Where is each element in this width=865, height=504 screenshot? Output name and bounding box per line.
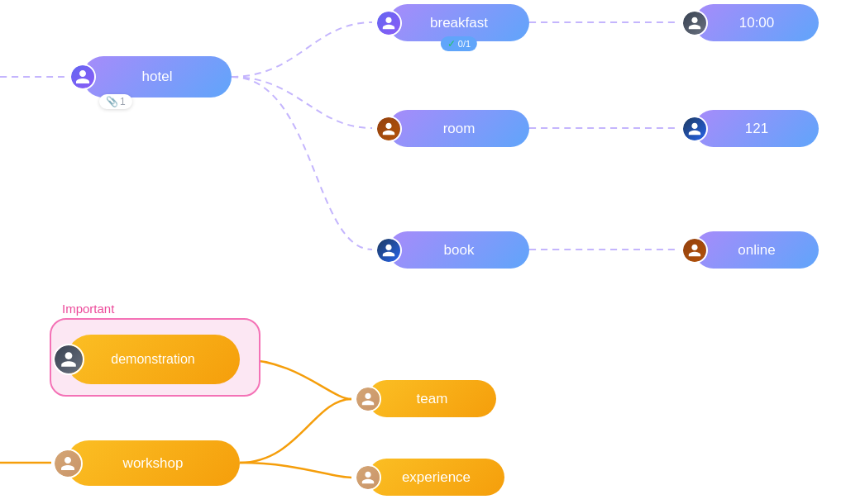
room-avatar	[375, 116, 402, 142]
num-121-node[interactable]: 121	[695, 110, 819, 147]
hotel-node[interactable]: hotel 📎 1	[83, 56, 232, 97]
time-10-label: 10:00	[739, 15, 775, 31]
breakfast-node[interactable]: breakfast ✓ 0/1	[389, 4, 529, 41]
room-label: room	[443, 121, 476, 137]
workshop-label: workshop	[123, 455, 184, 472]
online-node[interactable]: online	[695, 231, 819, 269]
experience-avatar	[355, 464, 381, 491]
hotel-attachment-badge: 📎 1	[99, 94, 132, 109]
team-node[interactable]: team	[368, 380, 496, 417]
breakfast-progress-badge: ✓ 0/1	[441, 36, 477, 51]
experience-node[interactable]: experience	[368, 459, 504, 496]
team-label: team	[417, 391, 448, 407]
hotel-avatar	[69, 64, 96, 90]
time-10-avatar	[681, 10, 708, 36]
demonstration-label: demonstration	[111, 352, 194, 367]
team-avatar	[355, 386, 381, 412]
demonstration-avatar	[53, 344, 84, 375]
important-label: Important	[62, 302, 114, 316]
workshop-avatar	[53, 449, 83, 478]
experience-label: experience	[402, 469, 471, 486]
room-node[interactable]: room	[389, 110, 529, 147]
book-node[interactable]: book	[389, 231, 529, 269]
num-121-avatar	[681, 116, 708, 142]
book-avatar	[375, 237, 402, 264]
demonstration-node[interactable]: demonstration	[66, 335, 240, 384]
time-10-node[interactable]: 10:00	[695, 4, 819, 41]
breakfast-label: breakfast	[430, 15, 488, 31]
online-label: online	[738, 242, 775, 259]
workshop-node[interactable]: workshop	[66, 440, 240, 486]
num-121-label: 121	[745, 121, 768, 137]
breakfast-avatar	[375, 10, 402, 36]
hotel-label: hotel	[142, 69, 173, 85]
online-avatar	[681, 237, 708, 264]
book-label: book	[444, 242, 475, 259]
